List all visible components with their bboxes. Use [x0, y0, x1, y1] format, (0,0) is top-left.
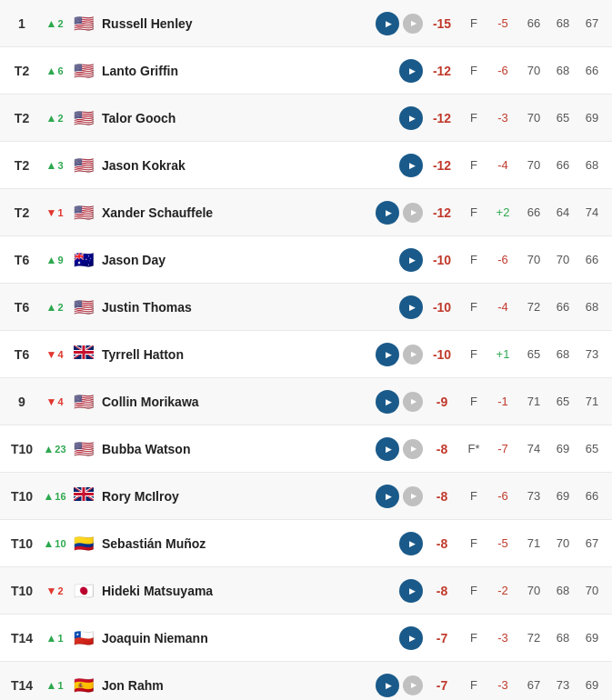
- video-icon[interactable]: [376, 485, 399, 508]
- video-icon[interactable]: [376, 343, 399, 366]
- video-icon[interactable]: [376, 390, 399, 414]
- video-icon[interactable]: [399, 626, 423, 650]
- round3-score: 69: [577, 678, 607, 692]
- arrow-down-icon: ▼: [45, 348, 56, 361]
- position-change: ▼1: [38, 206, 71, 219]
- round1-score: 73: [519, 489, 548, 503]
- position: T14: [5, 678, 38, 693]
- media-icons: [365, 532, 423, 555]
- round2-score: 69: [548, 442, 577, 455]
- video-icon[interactable]: [376, 437, 399, 461]
- highlight-icon[interactable]: [403, 345, 423, 365]
- player-name[interactable]: Rory McIlroy: [96, 489, 365, 504]
- player-name[interactable]: Justin Thomas: [96, 300, 365, 315]
- player-name[interactable]: Jason Day: [96, 253, 365, 267]
- position: T10: [5, 442, 38, 456]
- country-flag: 🇺🇸: [71, 439, 96, 459]
- player-name[interactable]: Collin Morikawa: [96, 395, 365, 409]
- country-flag: 🇺🇸: [71, 392, 96, 412]
- today-score: -4: [487, 300, 519, 314]
- round2-score: 69: [548, 489, 577, 503]
- arrow-down-icon: ▼: [45, 206, 56, 219]
- today-score: -4: [487, 158, 519, 172]
- change-number: 6: [57, 65, 63, 76]
- video-icon[interactable]: [399, 579, 423, 603]
- round-status: F: [461, 678, 487, 692]
- round3-score: 71: [577, 395, 607, 408]
- change-number: 1: [57, 680, 63, 691]
- highlight-icon[interactable]: [403, 14, 423, 34]
- change-number: 4: [57, 349, 63, 360]
- player-name[interactable]: Hideki Matsuyama: [96, 584, 365, 598]
- highlight-icon[interactable]: [403, 392, 423, 412]
- today-score: -7: [487, 442, 519, 455]
- video-icon[interactable]: [376, 674, 399, 697]
- round-status: F: [461, 347, 487, 361]
- today-score: -3: [487, 111, 519, 125]
- today-score: -6: [487, 64, 519, 77]
- round-status: F: [461, 489, 487, 503]
- country-flag: 🇺🇸: [71, 203, 96, 223]
- round-status: F*: [461, 442, 487, 455]
- position: T2: [5, 64, 38, 78]
- position-change: ▲6: [38, 65, 71, 77]
- round1-score: 74: [519, 442, 548, 455]
- video-icon[interactable]: [399, 106, 423, 130]
- change-number: 9: [57, 255, 63, 265]
- video-icon[interactable]: [399, 248, 423, 272]
- player-name[interactable]: Jason Kokrak: [96, 158, 365, 173]
- media-icons: [365, 248, 423, 272]
- position-change: ▲2: [38, 17, 71, 30]
- today-score: -6: [487, 253, 519, 266]
- table-row: T10▲23🇺🇸Bubba Watson-8F*-7746965: [0, 425, 612, 473]
- round3-score: 66: [577, 253, 607, 266]
- round3-score: 65: [577, 442, 607, 455]
- player-name[interactable]: Bubba Watson: [96, 442, 365, 456]
- total-score: -7: [423, 631, 461, 645]
- video-icon[interactable]: [376, 201, 399, 225]
- position-change: ▲3: [38, 159, 71, 172]
- highlight-icon[interactable]: [403, 675, 423, 695]
- leaderboard: 1▲2🇺🇸Russell Henley-15F-5666867T2▲6🇺🇸Lan…: [0, 0, 612, 700]
- player-name[interactable]: Jon Rahm: [96, 678, 365, 693]
- total-score: -12: [423, 158, 461, 173]
- video-icon[interactable]: [399, 154, 423, 177]
- change-number: 2: [57, 18, 63, 29]
- player-name[interactable]: Joaquin Niemann: [96, 631, 365, 645]
- arrow-up-icon: ▲: [45, 679, 56, 692]
- round1-score: 70: [519, 584, 548, 597]
- arrow-up-icon: ▲: [45, 112, 56, 125]
- round2-score: 66: [548, 300, 577, 314]
- video-icon[interactable]: [376, 12, 399, 35]
- player-name[interactable]: Lanto Griffin: [96, 64, 365, 78]
- country-flag: 🇯🇵: [71, 581, 96, 601]
- arrow-up-icon: ▲: [45, 254, 56, 266]
- media-icons: [365, 437, 423, 461]
- round2-score: 73: [548, 678, 577, 692]
- round-status: F: [461, 158, 487, 172]
- player-name[interactable]: Talor Gooch: [96, 111, 365, 125]
- highlight-icon[interactable]: [403, 203, 423, 223]
- round3-score: 66: [577, 489, 607, 503]
- country-flag: 🇦🇺: [71, 250, 96, 270]
- position-change: ▼2: [38, 585, 71, 597]
- player-name[interactable]: Sebastián Muñoz: [96, 536, 365, 551]
- highlight-icon[interactable]: [403, 486, 423, 506]
- round1-score: 66: [519, 16, 548, 30]
- player-name[interactable]: Russell Henley: [96, 16, 365, 31]
- svg-rect-17: [74, 493, 94, 495]
- today-score: -5: [487, 16, 519, 30]
- player-name[interactable]: Tyrrell Hatton: [96, 347, 365, 362]
- video-icon[interactable]: [399, 532, 423, 555]
- arrow-up-icon: ▲: [45, 632, 56, 645]
- round1-score: 71: [519, 395, 548, 408]
- position: T6: [5, 253, 38, 267]
- total-score: -10: [423, 300, 461, 315]
- video-icon[interactable]: [399, 295, 423, 319]
- player-name[interactable]: Xander Schauffele: [96, 205, 365, 220]
- table-row: T2▲6🇺🇸Lanto Griffin-12F-6706866: [0, 47, 612, 95]
- highlight-icon[interactable]: [403, 439, 423, 459]
- video-icon[interactable]: [399, 59, 423, 83]
- round1-score: 72: [519, 300, 548, 314]
- change-number: 1: [57, 207, 63, 218]
